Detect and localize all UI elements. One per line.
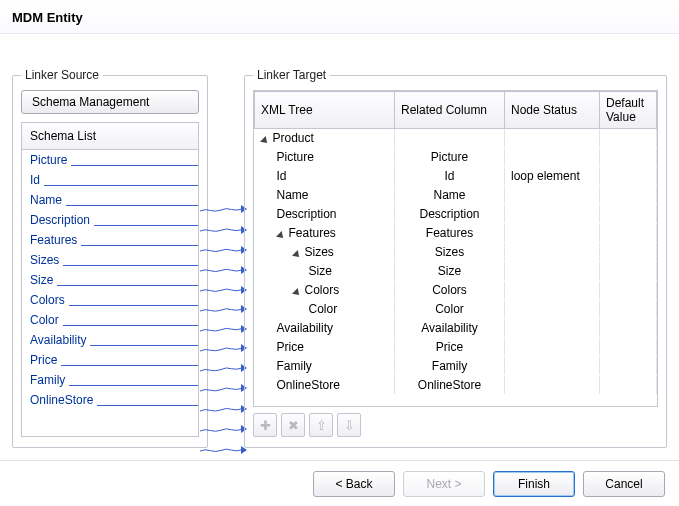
schema-list-header[interactable]: Schema List	[22, 123, 198, 150]
related-column-cell[interactable]: Picture	[395, 148, 505, 167]
node-status-cell[interactable]	[505, 148, 600, 167]
default-value-cell[interactable]	[600, 186, 657, 205]
column-header[interactable]: Default Value	[600, 92, 657, 129]
node-status-cell[interactable]	[505, 376, 600, 395]
default-value-cell[interactable]	[600, 376, 657, 395]
schema-source-item[interactable]: Family	[22, 370, 198, 390]
move-down-button[interactable]: ⇩	[337, 413, 361, 437]
add-button[interactable]: ✚	[253, 413, 277, 437]
schema-source-item[interactable]: Id	[22, 170, 198, 190]
node-status-cell[interactable]	[505, 129, 600, 148]
schema-source-label: Family	[30, 373, 69, 387]
table-row[interactable]: ColorsColors	[255, 281, 657, 300]
tree-node-label: Product	[273, 131, 314, 145]
related-column-cell[interactable]	[395, 129, 505, 148]
related-column-cell[interactable]: OnlineStore	[395, 376, 505, 395]
table-row[interactable]: SizeSize	[255, 262, 657, 281]
schema-source-item[interactable]: Name	[22, 190, 198, 210]
node-status-cell[interactable]	[505, 281, 600, 300]
cancel-button[interactable]: Cancel	[583, 471, 665, 497]
related-column-cell[interactable]: Features	[395, 224, 505, 243]
node-status-cell[interactable]	[505, 186, 600, 205]
expander-icon[interactable]	[292, 288, 302, 298]
schema-management-button[interactable]: Schema Management	[21, 90, 199, 114]
linker-source-legend: Linker Source	[21, 68, 103, 82]
node-status-cell[interactable]	[505, 300, 600, 319]
related-column-cell[interactable]: Name	[395, 186, 505, 205]
plus-icon: ✚	[260, 418, 271, 433]
schema-source-item[interactable]: Availability	[22, 330, 198, 350]
table-row[interactable]: PicturePicture	[255, 148, 657, 167]
related-column-cell[interactable]: Colors	[395, 281, 505, 300]
schema-source-label: Picture	[30, 153, 71, 167]
schema-source-item[interactable]: Color	[22, 310, 198, 330]
schema-source-item[interactable]: Price	[22, 350, 198, 370]
delete-button[interactable]: ✖	[281, 413, 305, 437]
tree-node-label: Sizes	[305, 245, 334, 259]
table-row[interactable]: Product	[255, 129, 657, 148]
tree-node-label: Colors	[305, 283, 340, 297]
back-button[interactable]: < Back	[313, 471, 395, 497]
schema-source-item[interactable]: Description	[22, 210, 198, 230]
default-value-cell[interactable]	[600, 357, 657, 376]
schema-source-item[interactable]: Features	[22, 230, 198, 250]
default-value-cell[interactable]	[600, 338, 657, 357]
node-status-cell[interactable]	[505, 357, 600, 376]
related-column-cell[interactable]: Sizes	[395, 243, 505, 262]
schema-source-item[interactable]: Colors	[22, 290, 198, 310]
node-status-cell[interactable]	[505, 319, 600, 338]
column-header[interactable]: Related Column	[395, 92, 505, 129]
node-status-cell[interactable]	[505, 205, 600, 224]
related-column-cell[interactable]: Color	[395, 300, 505, 319]
finish-button[interactable]: Finish	[493, 471, 575, 497]
linker-source-group: Linker Source Schema Management Schema L…	[12, 68, 208, 448]
default-value-cell[interactable]	[600, 281, 657, 300]
default-value-cell[interactable]	[600, 319, 657, 338]
node-status-cell[interactable]	[505, 224, 600, 243]
schema-source-label: Features	[30, 233, 81, 247]
schema-source-item[interactable]: Picture	[22, 150, 198, 170]
related-column-cell[interactable]: Size	[395, 262, 505, 281]
node-status-cell[interactable]: loop element	[505, 167, 600, 186]
tree-node-label: Price	[277, 340, 304, 354]
schema-source-item[interactable]: Size	[22, 270, 198, 290]
table-row[interactable]: ColorColor	[255, 300, 657, 319]
expander-icon[interactable]	[292, 250, 302, 260]
move-up-button[interactable]: ⇧	[309, 413, 333, 437]
default-value-cell[interactable]	[600, 243, 657, 262]
table-row[interactable]: SizesSizes	[255, 243, 657, 262]
schema-source-label: Color	[30, 313, 63, 327]
schema-source-item[interactable]: Sizes	[22, 250, 198, 270]
related-column-cell[interactable]: Price	[395, 338, 505, 357]
related-column-cell[interactable]: Description	[395, 205, 505, 224]
default-value-cell[interactable]	[600, 148, 657, 167]
tree-node-label: Size	[309, 264, 332, 278]
table-row[interactable]: FeaturesFeatures	[255, 224, 657, 243]
node-status-cell[interactable]	[505, 243, 600, 262]
table-row[interactable]: FamilyFamily	[255, 357, 657, 376]
schema-source-item[interactable]: OnlineStore	[22, 390, 198, 410]
related-column-cell[interactable]: Family	[395, 357, 505, 376]
table-row[interactable]: NameName	[255, 186, 657, 205]
default-value-cell[interactable]	[600, 129, 657, 148]
xml-tree-table[interactable]: XML TreeRelated ColumnNode StatusDefault…	[254, 91, 657, 395]
default-value-cell[interactable]	[600, 205, 657, 224]
expander-icon[interactable]	[276, 231, 286, 241]
default-value-cell[interactable]	[600, 262, 657, 281]
column-header[interactable]: XML Tree	[255, 92, 395, 129]
expander-icon[interactable]	[260, 136, 270, 146]
table-row[interactable]: IdIdloop element	[255, 167, 657, 186]
schema-list[interactable]: PictureIdNameDescriptionFeaturesSizesSiz…	[22, 150, 198, 436]
node-status-cell[interactable]	[505, 338, 600, 357]
table-row[interactable]: OnlineStoreOnlineStore	[255, 376, 657, 395]
table-row[interactable]: AvailabilityAvailability	[255, 319, 657, 338]
table-row[interactable]: DescriptionDescription	[255, 205, 657, 224]
column-header[interactable]: Node Status	[505, 92, 600, 129]
related-column-cell[interactable]: Id	[395, 167, 505, 186]
default-value-cell[interactable]	[600, 167, 657, 186]
table-row[interactable]: PricePrice	[255, 338, 657, 357]
default-value-cell[interactable]	[600, 300, 657, 319]
default-value-cell[interactable]	[600, 224, 657, 243]
related-column-cell[interactable]: Availability	[395, 319, 505, 338]
node-status-cell[interactable]	[505, 262, 600, 281]
